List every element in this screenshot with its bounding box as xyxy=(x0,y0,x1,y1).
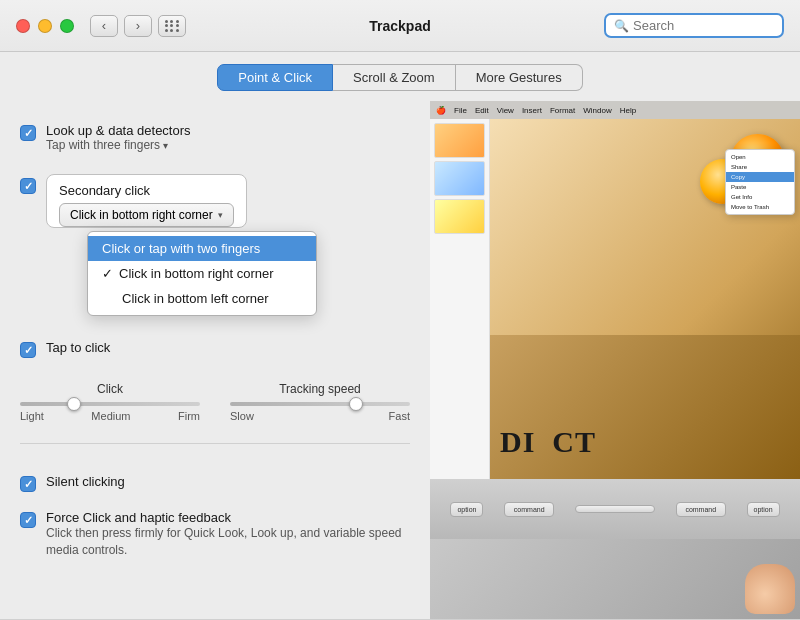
sim-thumb-2 xyxy=(434,161,485,196)
sim-insert-menu: Insert xyxy=(522,106,542,115)
close-button[interactable] xyxy=(16,19,30,33)
click-slider-group: Click Light Medium Firm xyxy=(20,382,200,422)
silent-clicking-label: Silent clicking xyxy=(46,474,125,489)
secondary-click-checkbox[interactable]: ✓ xyxy=(20,178,36,194)
search-input[interactable] xyxy=(633,18,774,33)
sim-file-menu: File xyxy=(454,106,467,115)
sim-hand xyxy=(745,564,795,614)
tab-point-click[interactable]: Point & Click xyxy=(217,64,333,91)
sim-sidebar xyxy=(430,119,490,479)
sim-edit-menu: Edit xyxy=(475,106,489,115)
tracking-speed-group: Tracking speed Slow Fast xyxy=(230,382,410,422)
sim-main-view: DI CT Open Share Copy Paste Get Info Mov… xyxy=(490,119,800,479)
dropdown-arrow-icon: ▾ xyxy=(218,210,223,220)
main-content: ✓ Look up & data detectors Tap with thre… xyxy=(0,101,800,619)
sim-big-text: DI CT xyxy=(500,425,596,459)
sim-ctx-trash: Move to Trash xyxy=(726,202,794,212)
grid-icon xyxy=(165,20,180,32)
click-slider-track[interactable] xyxy=(20,402,200,406)
force-click-checkbox[interactable]: ✓ xyxy=(20,512,36,528)
minimize-button[interactable] xyxy=(38,19,52,33)
click-label-firm: Firm xyxy=(178,410,200,422)
dropdown-item-bottom-left[interactable]: Click in bottom left corner xyxy=(88,286,316,311)
search-box[interactable]: 🔍 xyxy=(604,13,784,38)
look-up-checkbox[interactable]: ✓ xyxy=(20,125,36,141)
check-icon: ✓ xyxy=(24,180,33,193)
check-icon: ✓ xyxy=(24,478,33,491)
secondary-click-content: Secondary click Click in bottom right co… xyxy=(46,172,247,230)
check-icon: ✓ xyxy=(24,127,33,140)
click-label-light: Light xyxy=(20,410,44,422)
maximize-button[interactable] xyxy=(60,19,74,33)
check-icon: ✓ xyxy=(24,514,33,527)
speed-label-fast: Fast xyxy=(389,410,410,422)
tabs-bar: Point & Click Scroll & Zoom More Gesture… xyxy=(0,52,800,101)
check-icon: ✓ xyxy=(24,344,33,357)
sim-keyboard: option command command option xyxy=(430,479,800,539)
secondary-click-label: Secondary click xyxy=(59,183,234,198)
sim-thumb-1 xyxy=(434,123,485,158)
window-title: Trackpad xyxy=(369,18,430,34)
sim-context-menu: Open Share Copy Paste Get Info Move to T… xyxy=(725,149,795,215)
force-click-content: Force Click and haptic feedback Click th… xyxy=(46,510,410,559)
dropdown-item-two-fingers[interactable]: Click or tap with two fingers xyxy=(88,236,316,261)
click-slider-labels: Light Medium Firm xyxy=(20,410,200,422)
sliders-section: Click Light Medium Firm Tracking speed S… xyxy=(20,372,410,427)
chevron-down-icon: ▾ xyxy=(163,140,168,151)
dropdown-item-bottom-right[interactable]: ✓ Click in bottom right corner xyxy=(88,261,316,286)
separator xyxy=(20,443,410,444)
check-mark: ✓ xyxy=(102,266,113,281)
look-up-labels: Look up & data detectors Tap with three … xyxy=(46,123,191,152)
secondary-click-dropdown[interactable]: Click in bottom right corner ▾ xyxy=(59,203,234,227)
sim-ctx-open: Open xyxy=(726,152,794,162)
search-icon: 🔍 xyxy=(614,19,629,33)
look-up-label: Look up & data detectors xyxy=(46,123,191,138)
back-button[interactable]: ‹ xyxy=(90,15,118,37)
sim-ctx-paste: Paste xyxy=(726,182,794,192)
look-up-sublabel[interactable]: Tap with three fingers ▾ xyxy=(46,138,191,152)
sim-app: DI CT Open Share Copy Paste Get Info Mov… xyxy=(430,119,800,479)
sim-format-menu: Format xyxy=(550,106,575,115)
sim-apple-menu: 🍎 xyxy=(436,106,446,115)
forward-button[interactable]: › xyxy=(124,15,152,37)
grid-button[interactable] xyxy=(158,15,186,37)
tab-more-gestures[interactable]: More Gestures xyxy=(456,64,583,91)
sim-trackpad-area xyxy=(430,539,800,619)
sim-ctx-copy: Copy xyxy=(726,172,794,182)
tap-to-click-checkbox[interactable]: ✓ xyxy=(20,342,36,358)
sim-help-menu: Help xyxy=(620,106,636,115)
sim-key-option-right: option xyxy=(747,502,780,517)
tracking-speed-track[interactable] xyxy=(230,402,410,406)
sim-menubar: 🍎 File Edit View Insert Format Window He… xyxy=(430,101,800,119)
sim-ctx-info: Get Info xyxy=(726,192,794,202)
speed-label-slow: Slow xyxy=(230,410,254,422)
window-controls xyxy=(16,19,74,33)
tracking-speed-thumb[interactable] xyxy=(349,397,363,411)
silent-clicking-checkbox[interactable]: ✓ xyxy=(20,476,36,492)
click-label-medium: Medium xyxy=(91,410,130,422)
sim-view-menu: View xyxy=(497,106,514,115)
click-slider-thumb[interactable] xyxy=(67,397,81,411)
tracking-speed-labels: Slow Fast xyxy=(230,410,410,422)
sim-window-menu: Window xyxy=(583,106,611,115)
sim-thumb-3 xyxy=(434,199,485,234)
tracking-speed-title: Tracking speed xyxy=(279,382,361,396)
nav-buttons: ‹ › xyxy=(90,15,152,37)
left-panel: ✓ Look up & data detectors Tap with thre… xyxy=(0,101,430,619)
force-click-label: Force Click and haptic feedback xyxy=(46,510,410,525)
sim-key-space xyxy=(575,505,655,513)
force-click-description: Click then press firmly for Quick Look, … xyxy=(46,525,410,559)
right-panel: 🍎 File Edit View Insert Format Window He… xyxy=(430,101,800,619)
bottom-settings: ✓ Silent clicking ✓ Force Click and hapt… xyxy=(20,468,410,565)
tap-to-click-setting: ✓ Tap to click xyxy=(20,334,410,364)
preview-screen: 🍎 File Edit View Insert Format Window He… xyxy=(430,101,800,479)
sim-ctx-share: Share xyxy=(726,162,794,172)
preview-content: 🍎 File Edit View Insert Format Window He… xyxy=(430,101,800,479)
secondary-click-panel: Secondary click Click in bottom right co… xyxy=(46,174,247,228)
titlebar: ‹ › Trackpad 🔍 xyxy=(0,0,800,52)
tap-to-click-labels: Tap to click xyxy=(46,340,110,355)
secondary-click-setting: ✓ Secondary click Click in bottom right … xyxy=(20,166,410,236)
tab-scroll-zoom[interactable]: Scroll & Zoom xyxy=(333,64,456,91)
force-click-setting: ✓ Force Click and haptic feedback Click … xyxy=(20,504,410,565)
silent-clicking-setting: ✓ Silent clicking xyxy=(20,468,410,498)
